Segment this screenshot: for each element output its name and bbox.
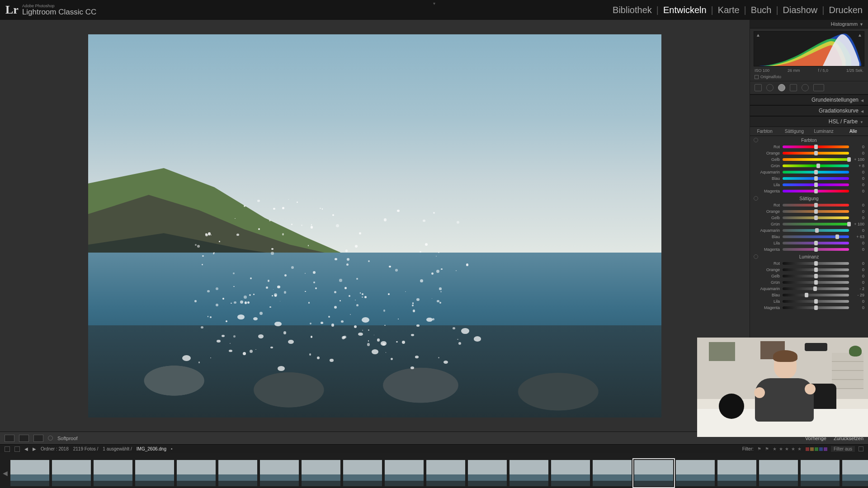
view-single-icon[interactable] [5, 435, 14, 442]
slider-sättigung-grün[interactable]: Grün+ 100 [750, 221, 868, 227]
filmstrip-thumb[interactable] [10, 460, 49, 486]
slider-sättigung-rot[interactable]: Rot0 [750, 202, 868, 208]
module-bibliothek[interactable]: Bibliothek [613, 5, 652, 15]
slider-luminanz-rot[interactable]: Rot0 [750, 260, 868, 267]
slider-farbton-grün[interactable]: Grün+ 8 [750, 163, 868, 169]
hsl-tab-alle[interactable]: Alle [839, 127, 868, 136]
photo-preview[interactable] [88, 34, 661, 418]
slider-farbton-lila[interactable]: Lila0 [750, 182, 868, 188]
filmstrip-thumb[interactable] [302, 460, 340, 486]
slider-farbton-rot[interactable]: Rot0 [750, 144, 868, 150]
slider-track[interactable] [783, 152, 849, 155]
slider-track[interactable] [783, 177, 849, 180]
slider-track[interactable] [783, 183, 849, 186]
section-curve[interactable]: Gradationskurve◀ [750, 105, 868, 116]
filmstrip-thumb[interactable] [260, 460, 299, 486]
slider-sättigung-orange[interactable]: Orange0 [750, 208, 868, 215]
clip-shadows-icon[interactable]: ▲ [756, 33, 760, 38]
view-compare-icon[interactable] [19, 435, 29, 442]
slider-track[interactable] [783, 275, 849, 277]
original-toggle[interactable]: Originalfoto [750, 74, 868, 81]
filmstrip-thumb[interactable] [385, 460, 424, 486]
flag-reject-icon[interactable]: ⚑ [765, 446, 769, 451]
module-entwickeln[interactable]: Entwickeln [663, 5, 707, 15]
slider-farbton-aquamarin[interactable]: Aquamarin0 [750, 169, 868, 175]
slider-track[interactable] [783, 262, 849, 265]
filmstrip-thumb[interactable] [52, 460, 91, 486]
slider-track[interactable] [783, 268, 849, 271]
rating-filter[interactable]: ★ ★ ★ ★ ★ [773, 446, 802, 451]
filmstrip-thumb[interactable] [218, 460, 257, 486]
filmstrip-thumb[interactable] [676, 460, 715, 486]
slider-luminanz-orange[interactable]: Orange0 [750, 267, 868, 273]
module-diashow[interactable]: Diashow [783, 5, 818, 15]
slider-track[interactable] [783, 223, 849, 225]
slider-sättigung-gelb[interactable]: Gelb0 [750, 215, 868, 221]
slider-track[interactable] [783, 210, 849, 213]
clip-highlights-icon[interactable]: ▲ [858, 33, 862, 38]
section-hsl[interactable]: HSL / Farbe▼ [750, 116, 868, 127]
module-buch[interactable]: Buch [751, 5, 772, 15]
filmstrip-thumb[interactable] [551, 460, 590, 486]
slider-track[interactable] [783, 145, 849, 148]
color-filter-icon[interactable] [806, 447, 827, 451]
filmstrip-thumb[interactable] [842, 460, 868, 486]
target-adjust-icon[interactable] [754, 254, 758, 259]
filmstrip-thumb[interactable] [509, 460, 548, 486]
slider-sättigung-lila[interactable]: Lila0 [750, 240, 868, 246]
filmstrip-thumb[interactable] [94, 460, 132, 486]
filter-off-button[interactable]: Filter aus [831, 446, 855, 452]
slider-track[interactable] [783, 171, 849, 174]
slider-sättigung-blau[interactable]: Blau+ 63 [750, 234, 868, 240]
slider-track[interactable] [783, 248, 849, 251]
filmstrip-thumb[interactable] [634, 460, 673, 486]
slider-farbton-gelb[interactable]: Gelb+ 100 [750, 156, 868, 163]
redeye-tool-icon[interactable] [778, 84, 785, 91]
histogram-header[interactable]: Histogramm▼ [750, 20, 868, 28]
hsl-tab-luminanz[interactable]: Luminanz [809, 127, 839, 136]
module-drucken[interactable]: Drucken [829, 5, 863, 15]
target-adjust-icon[interactable] [754, 196, 758, 201]
slider-luminanz-grün[interactable]: Grün0 [750, 279, 868, 286]
slider-luminanz-blau[interactable]: Blau- 29 [750, 292, 868, 298]
spot-tool-icon[interactable] [766, 84, 774, 91]
filmstrip-thumb[interactable] [343, 460, 382, 486]
crop-tool-icon[interactable] [755, 84, 762, 91]
slider-sättigung-aquamarin[interactable]: Aquamarin0 [750, 227, 868, 234]
slider-track[interactable] [783, 235, 849, 238]
slider-farbton-orange[interactable]: Orange0 [750, 150, 868, 156]
filmstrip-thumb[interactable] [593, 460, 632, 486]
histogram[interactable]: ▲ ▲ [754, 31, 864, 66]
filmstrip-thumb[interactable] [468, 460, 507, 486]
checkbox-icon[interactable] [755, 75, 759, 79]
slider-luminanz-lila[interactable]: Lila0 [750, 298, 868, 305]
softproof-checkbox[interactable] [48, 436, 53, 441]
slider-farbton-blau[interactable]: Blau0 [750, 175, 868, 182]
slider-track[interactable] [783, 294, 849, 296]
filmstrip-thumb[interactable] [717, 460, 756, 486]
grid-icon[interactable] [14, 446, 20, 452]
slider-track[interactable] [783, 190, 849, 192]
slider-track[interactable] [783, 242, 849, 244]
second-window-icon[interactable] [5, 446, 10, 452]
slider-track[interactable] [783, 287, 849, 290]
section-basic[interactable]: Grundeinstellungen◀ [750, 94, 868, 105]
target-adjust-icon[interactable] [754, 138, 758, 142]
slider-luminanz-aquamarin[interactable]: Aquamarin- 2 [750, 286, 868, 292]
lock-icon[interactable] [859, 446, 863, 451]
slider-track[interactable] [783, 158, 849, 161]
grad-tool-icon[interactable] [790, 84, 797, 91]
filmstrip-prev-icon[interactable]: ◀ [3, 460, 8, 487]
slider-track[interactable] [783, 300, 849, 303]
slider-track[interactable] [783, 306, 849, 309]
filmstrip-thumb[interactable] [177, 460, 216, 486]
slider-luminanz-magenta[interactable]: Magenta0 [750, 305, 868, 311]
nav-fwd-icon[interactable]: ▶ [33, 446, 36, 451]
slider-farbton-magenta[interactable]: Magenta0 [750, 188, 868, 194]
filmstrip-thumb[interactable] [426, 460, 465, 486]
slider-track[interactable] [783, 229, 849, 232]
radial-tool-icon[interactable] [802, 84, 809, 91]
brush-tool-icon[interactable] [813, 84, 824, 91]
slider-sättigung-magenta[interactable]: Magenta0 [750, 246, 868, 253]
slider-track[interactable] [783, 164, 849, 167]
